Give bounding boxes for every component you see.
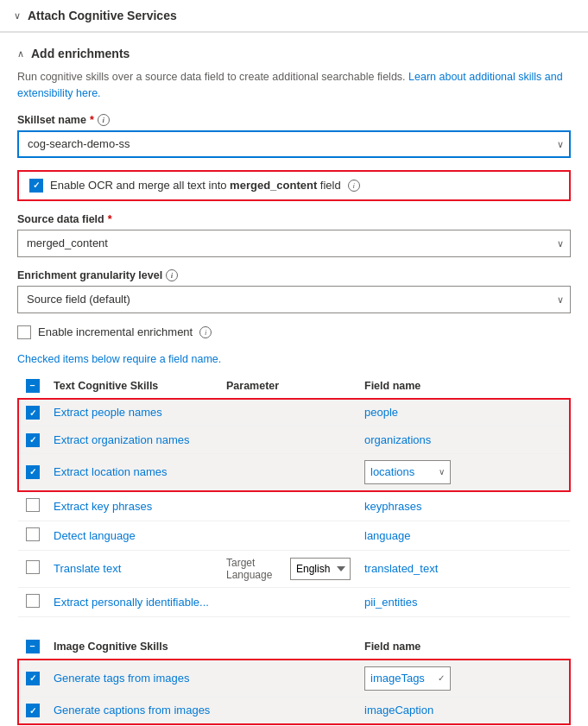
translate-label: Target Language bbox=[226, 557, 285, 581]
image-skills-select-all-icon[interactable] bbox=[26, 640, 40, 653]
page-title: Attach Cognitive Services bbox=[28, 9, 177, 22]
incremental-checkbox[interactable] bbox=[17, 325, 31, 339]
skill-fieldname-translate-text: translated_text bbox=[357, 550, 570, 587]
skill-checkbox-cell-translate-text bbox=[18, 550, 47, 587]
ocr-label[interactable]: Enable OCR and merge all text into merge… bbox=[50, 179, 341, 192]
image-skill-checkbox-generate-tags[interactable] bbox=[26, 672, 40, 685]
text-skills-name-header: Text Cognitive Skills bbox=[47, 374, 219, 399]
source-required: * bbox=[108, 213, 112, 225]
image-skill-row-generate-captions: Generate captions from imagesimageCaptio… bbox=[18, 697, 570, 724]
skill-checkbox-extract-pii[interactable] bbox=[26, 594, 40, 608]
enrichments-chevron-icon[interactable]: ∧ bbox=[17, 48, 24, 60]
image-skills-table: Image Cognitive Skills Field name Genera… bbox=[17, 634, 571, 727]
image-skill-name-generate-tags: Generate tags from images bbox=[47, 660, 219, 698]
skill-param-detect-language bbox=[219, 521, 357, 550]
enrichments-description: Run cognitive skills over a source data … bbox=[17, 69, 571, 102]
locations-dropdown[interactable]: locations∨ bbox=[364, 460, 451, 484]
skill-checkbox-cell-extract-location bbox=[18, 453, 47, 491]
ocr-field-name: merged_content bbox=[230, 179, 317, 192]
ocr-info-icon[interactable]: i bbox=[348, 180, 360, 192]
image-skill-row-generate-tags: Generate tags from imagesimageTags✓ bbox=[18, 660, 570, 698]
source-field-wrapper: merged_content ∨ bbox=[17, 230, 571, 257]
image-param-header bbox=[219, 634, 357, 660]
text-skills-select-all-icon[interactable] bbox=[26, 379, 40, 393]
skill-checkbox-extract-keyphrases[interactable] bbox=[26, 498, 40, 512]
checked-items-note: Checked items below require a field name… bbox=[17, 353, 571, 365]
skill-checkbox-cell-extract-pii bbox=[18, 587, 47, 616]
enrichment-granularity-select[interactable]: Source field (default) bbox=[17, 286, 571, 313]
field-name-header: Field name bbox=[357, 374, 570, 399]
skillset-label: Skillset name * i bbox=[17, 114, 571, 126]
parameter-header: Parameter bbox=[219, 374, 357, 399]
source-field-select[interactable]: merged_content bbox=[17, 230, 571, 257]
image-skill-fieldname-generate-captions: imageCaption bbox=[357, 697, 570, 724]
image-skills-checkbox-header bbox=[18, 634, 47, 660]
locations-value: locations bbox=[370, 465, 414, 478]
enable-incremental-row: Enable incremental enrichment i bbox=[17, 325, 571, 339]
skillset-select-wrapper: cog-search-demo-ss ∨ bbox=[17, 130, 571, 158]
translate-language-select[interactable]: English bbox=[290, 558, 351, 580]
text-skills-checkbox-header bbox=[18, 374, 47, 399]
add-enrichments-header: ∧ Add enrichments bbox=[17, 47, 571, 60]
image-skills-header-row: Image Cognitive Skills Field name bbox=[18, 634, 570, 660]
skill-name-extract-pii: Extract personally identifiable... bbox=[47, 587, 219, 616]
skill-param-extract-keyphrases bbox=[219, 491, 357, 521]
skillset-required: * bbox=[90, 114, 94, 126]
skill-checkbox-extract-people[interactable] bbox=[26, 406, 40, 420]
image-skill-name-generate-captions: Generate captions from images bbox=[47, 697, 219, 724]
locations-arrow-icon: ∨ bbox=[439, 467, 445, 477]
skill-checkbox-cell-detect-language bbox=[18, 521, 47, 550]
enrichment-granularity-info-icon[interactable]: i bbox=[166, 269, 178, 281]
skill-checkbox-cell-extract-people bbox=[18, 399, 47, 426]
skill-checkbox-extract-location[interactable] bbox=[26, 465, 40, 479]
incremental-label[interactable]: Enable incremental enrichment bbox=[38, 325, 193, 338]
image-skill-param-generate-captions bbox=[219, 697, 357, 724]
attach-cognitive-services-header: ∨ Attach Cognitive Services bbox=[0, 0, 588, 32]
skill-fieldname-detect-language: language bbox=[357, 521, 570, 550]
skill-name-detect-language: Detect language bbox=[47, 521, 219, 550]
skill-param-extract-location bbox=[219, 453, 357, 491]
enrichment-granularity-wrapper: Source field (default) ∨ bbox=[17, 286, 571, 313]
image-skills-name-header: Image Cognitive Skills bbox=[47, 634, 219, 660]
text-skill-row-extract-people: Extract people namespeople bbox=[18, 399, 570, 426]
skill-fieldname-extract-location: locations∨ bbox=[357, 453, 570, 491]
skill-name-extract-location: Extract location names bbox=[47, 453, 219, 491]
ocr-enable-box: Enable OCR and merge all text into merge… bbox=[17, 170, 571, 201]
skill-param-translate-text: Target LanguageEnglish bbox=[219, 550, 357, 587]
text-skill-row-extract-pii: Extract personally identifiable...pii_en… bbox=[18, 587, 570, 616]
text-skill-row-extract-keyphrases: Extract key phraseskeyphrases bbox=[18, 491, 570, 521]
text-skills-table: Text Cognitive Skills Parameter Field na… bbox=[17, 374, 571, 617]
skill-checkbox-cell-extract-keyphrases bbox=[18, 491, 47, 521]
image-skill-checkbox-cell-generate-tags bbox=[18, 660, 47, 698]
skill-checkbox-translate-text[interactable] bbox=[26, 560, 40, 574]
skill-param-extract-people bbox=[219, 399, 357, 426]
text-skill-row-extract-location: Extract location nameslocations∨ bbox=[18, 453, 570, 491]
skill-checkbox-cell-extract-org bbox=[18, 426, 47, 454]
text-skill-row-translate-text: Translate textTarget LanguageEnglishtran… bbox=[18, 550, 570, 587]
skillset-info-icon[interactable]: i bbox=[98, 114, 110, 126]
skill-name-extract-people: Extract people names bbox=[47, 399, 219, 426]
image-skill-fieldname-generate-tags: imageTags✓ bbox=[357, 660, 570, 698]
skillset-select[interactable]: cog-search-demo-ss bbox=[17, 130, 571, 158]
skill-fieldname-extract-pii: pii_entities bbox=[357, 587, 570, 616]
translate-wrapper: Target LanguageEnglish bbox=[226, 557, 351, 581]
skill-checkbox-detect-language[interactable] bbox=[26, 527, 40, 541]
skill-name-extract-org: Extract organization names bbox=[47, 426, 219, 454]
header-chevron-icon[interactable]: ∨ bbox=[14, 10, 21, 22]
skill-fieldname-extract-keyphrases: keyphrases bbox=[357, 491, 570, 521]
skill-fieldname-extract-org: organizations bbox=[357, 426, 570, 454]
text-skills-header-row: Text Cognitive Skills Parameter Field na… bbox=[18, 374, 570, 399]
text-skill-row-detect-language: Detect languagelanguage bbox=[18, 521, 570, 550]
image-skill-checkbox-cell-generate-captions bbox=[18, 697, 47, 724]
text-skill-row-extract-org: Extract organization namesorganizations bbox=[18, 426, 570, 454]
imagetags-arrow-icon: ✓ bbox=[438, 673, 445, 683]
ocr-checkbox[interactable] bbox=[29, 179, 43, 193]
incremental-info-icon[interactable]: i bbox=[199, 326, 212, 338]
image-skill-param-generate-tags bbox=[219, 660, 357, 698]
imagetags-dropdown[interactable]: imageTags✓ bbox=[364, 666, 451, 691]
skill-fieldname-extract-people: people bbox=[357, 399, 570, 426]
skill-param-extract-pii bbox=[219, 587, 357, 616]
add-enrichments-title: Add enrichments bbox=[31, 47, 130, 60]
image-skill-checkbox-generate-captions[interactable] bbox=[26, 704, 40, 717]
skill-checkbox-extract-org[interactable] bbox=[26, 433, 40, 447]
